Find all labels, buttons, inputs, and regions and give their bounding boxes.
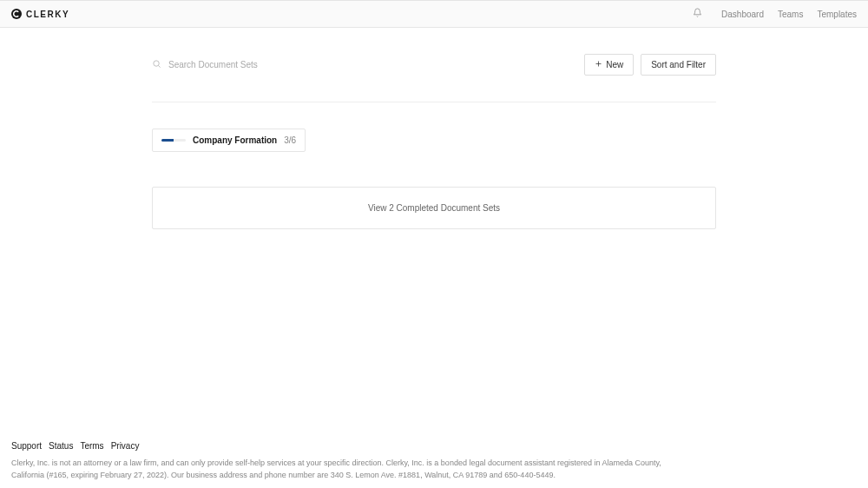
header: CLERKY Dashboard Teams Templates — [0, 0, 868, 28]
view-completed-label: View 2 Completed Document Sets — [368, 203, 500, 213]
search-wrap — [152, 59, 584, 71]
progress-fill — [161, 139, 174, 142]
nav-right: Dashboard Teams Templates — [693, 8, 857, 20]
footer-terms[interactable]: Terms — [80, 441, 103, 451]
plus-icon — [595, 60, 602, 69]
brand-text: CLERKY — [26, 10, 69, 19]
footer-links: Support Status Terms Privacy — [11, 441, 857, 451]
footer: Support Status Terms Privacy Clerky, Inc… — [0, 432, 868, 488]
progress-bar — [161, 139, 186, 142]
sort-filter-label: Sort and Filter — [651, 60, 706, 69]
nav-templates[interactable]: Templates — [817, 10, 857, 19]
docset-title: Company Formation — [193, 135, 277, 145]
nav-teams[interactable]: Teams — [778, 10, 803, 19]
sort-filter-button[interactable]: Sort and Filter — [641, 54, 716, 76]
footer-status[interactable]: Status — [49, 441, 73, 451]
docset-card[interactable]: Company Formation 3/6 — [152, 129, 306, 152]
logo-icon — [11, 9, 22, 19]
docset-progress-label: 3/6 — [284, 135, 296, 145]
search-icon — [152, 59, 161, 71]
svg-point-0 — [11, 9, 22, 19]
footer-privacy[interactable]: Privacy — [111, 441, 140, 451]
nav-dashboard[interactable]: Dashboard — [721, 10, 764, 19]
new-button-label: New — [606, 60, 623, 69]
footer-support[interactable]: Support — [11, 441, 42, 451]
footer-disclaimer: Clerky, Inc. is not an attorney or a law… — [11, 458, 671, 481]
logo[interactable]: CLERKY — [11, 9, 69, 19]
action-buttons: New Sort and Filter — [584, 54, 716, 76]
notifications-icon[interactable] — [693, 8, 702, 20]
toolbar: New Sort and Filter — [152, 54, 716, 102]
svg-point-1 — [154, 60, 159, 65]
main: New Sort and Filter Company Formation 3/… — [0, 28, 868, 432]
new-button[interactable]: New — [584, 54, 634, 76]
view-completed-button[interactable]: View 2 Completed Document Sets — [152, 187, 716, 229]
svg-line-2 — [158, 65, 160, 67]
search-input[interactable] — [168, 60, 429, 69]
